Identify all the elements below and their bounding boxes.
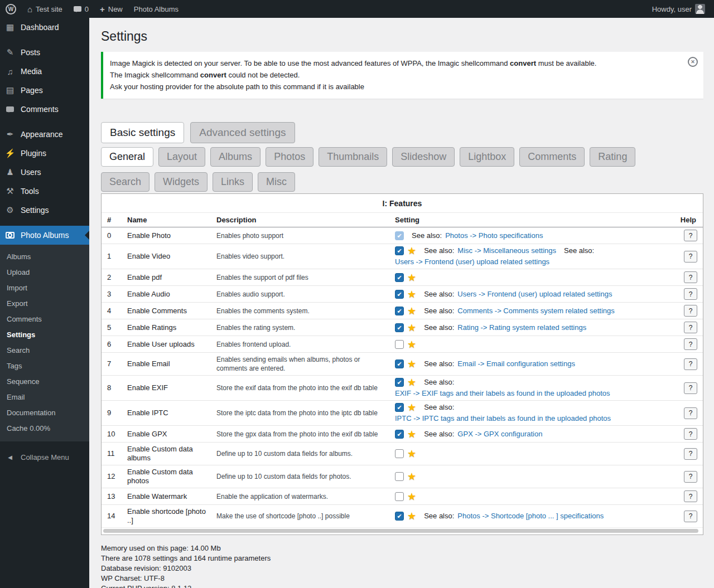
sidebar-item-plugins[interactable]: ⚡Plugins bbox=[0, 144, 89, 163]
see-also-link[interactable]: EXIF -> EXIF tags and their labels as fo… bbox=[395, 389, 610, 398]
submenu-item-albums[interactable]: Albums bbox=[0, 249, 89, 265]
setting-checkbox[interactable]: ✔ bbox=[395, 512, 404, 521]
see-also-link[interactable]: IPTC -> IPTC tags and their labels as fo… bbox=[395, 414, 611, 423]
new-label: New bbox=[108, 5, 123, 13]
tab-albums[interactable]: Albums bbox=[210, 147, 260, 167]
help-button[interactable]: ? bbox=[684, 382, 697, 394]
scrollbar-thumb[interactable] bbox=[103, 529, 698, 533]
submenu-item-comments[interactable]: Comments bbox=[0, 312, 89, 327]
photo-albums-toolbar-item[interactable]: Photo Albums bbox=[128, 0, 184, 18]
my-account-menu[interactable]: Howdy, user bbox=[647, 0, 711, 18]
tab-thumbnails[interactable]: Thumbnails bbox=[319, 147, 387, 167]
new-content-menu[interactable]: + New bbox=[94, 0, 128, 18]
setting-checkbox[interactable]: ✔ bbox=[395, 290, 404, 299]
setting-checkbox[interactable] bbox=[395, 449, 404, 458]
notice-segment: Ask your hosting provider for the absolu… bbox=[110, 82, 364, 91]
tab-slideshow[interactable]: Slideshow bbox=[392, 147, 455, 167]
help-button[interactable]: ? bbox=[684, 271, 697, 283]
help-button[interactable]: ? bbox=[684, 358, 697, 370]
help-button[interactable]: ? bbox=[684, 471, 697, 483]
see-also-link[interactable]: Users -> Frontend (user) upload related … bbox=[457, 290, 612, 299]
tab-search[interactable]: Search bbox=[101, 172, 149, 192]
setting-checkbox[interactable]: ✔ bbox=[395, 378, 404, 387]
tab-basic-settings[interactable]: Basic settings bbox=[101, 122, 184, 143]
tab-lightbox[interactable]: Lightbox bbox=[460, 147, 514, 167]
row-name: Enable pdf bbox=[127, 271, 216, 284]
tab-general[interactable]: General bbox=[101, 147, 153, 167]
help-button[interactable]: ? bbox=[684, 288, 697, 300]
submenu-item-cache-0-00[interactable]: Cache 0.00% bbox=[0, 421, 89, 436]
sidebar-item-appearance[interactable]: ✒Appearance bbox=[0, 125, 89, 144]
setting-checkbox[interactable]: ✔ bbox=[395, 246, 404, 255]
sidebar-item-comments[interactable]: Comments bbox=[0, 100, 89, 119]
help-button[interactable]: ? bbox=[684, 511, 697, 522]
tab-rating[interactable]: Rating bbox=[590, 147, 635, 167]
tab-links[interactable]: Links bbox=[213, 172, 253, 192]
help-button[interactable]: ? bbox=[684, 251, 697, 263]
see-also-link[interactable]: Photos -> Shortcode [photo ... ] specifi… bbox=[457, 512, 604, 521]
collapse-menu-button[interactable]: ◀ Collapse Menu bbox=[0, 448, 89, 466]
help-button[interactable]: ? bbox=[684, 230, 697, 241]
sidebar-item-dashboard[interactable]: ▦Dashboard bbox=[0, 18, 89, 37]
sidebar-item-pages[interactable]: ▤Pages bbox=[0, 81, 89, 100]
help-button[interactable]: ? bbox=[684, 428, 697, 440]
see-also-link[interactable]: GPX -> GPX configuration bbox=[457, 430, 542, 439]
submenu-item-email[interactable]: Email bbox=[0, 390, 89, 405]
submenu-item-upload[interactable]: Upload bbox=[0, 265, 89, 280]
see-also-link[interactable]: Comments -> Comments system related sett… bbox=[457, 307, 614, 315]
submenu-item-sequence[interactable]: Sequence bbox=[0, 374, 89, 390]
help-button[interactable]: ? bbox=[684, 407, 697, 419]
submenu-item-export[interactable]: Export bbox=[0, 296, 89, 312]
row-description: Enables the support of pdf files bbox=[216, 271, 395, 284]
setting-checkbox[interactable]: ✔ bbox=[395, 307, 404, 315]
setting-checkbox[interactable]: ✔ bbox=[395, 403, 404, 412]
help-button[interactable]: ? bbox=[684, 305, 697, 317]
submenu-item-documentation[interactable]: Documentation bbox=[0, 405, 89, 421]
info-line: Current PHP version: 8.1.12 bbox=[101, 584, 703, 588]
submenu-item-tags[interactable]: Tags bbox=[0, 358, 89, 374]
tab-advanced-settings[interactable]: Advanced settings bbox=[190, 122, 295, 143]
tab-widgets[interactable]: Widgets bbox=[155, 172, 208, 192]
wordpress-logo-menu[interactable]: W bbox=[0, 0, 22, 18]
setting-checkbox[interactable] bbox=[395, 340, 404, 349]
see-also-link[interactable]: Email -> Email configuration settings bbox=[457, 359, 575, 368]
submenu-item-import[interactable]: Import bbox=[0, 280, 89, 296]
sidebar-item-users[interactable]: ♟Users bbox=[0, 163, 89, 182]
dashboard-icon: ▦ bbox=[4, 22, 16, 32]
see-also-link[interactable]: Photos -> Photo specifications bbox=[445, 231, 543, 240]
tab-comments[interactable]: Comments bbox=[519, 147, 585, 167]
help-button[interactable]: ? bbox=[684, 322, 697, 333]
setting-checkbox[interactable] bbox=[395, 472, 404, 481]
help-button[interactable]: ? bbox=[684, 448, 697, 460]
setting-checkbox[interactable]: ✔ bbox=[395, 323, 404, 332]
submenu-item-settings[interactable]: Settings bbox=[0, 327, 89, 343]
table-scrollbar[interactable] bbox=[102, 527, 703, 534]
star-icon: ★ bbox=[407, 430, 416, 439]
help-button[interactable]: ? bbox=[684, 338, 697, 350]
tab-misc[interactable]: Misc bbox=[258, 172, 295, 192]
setting-checkbox[interactable]: ✔ bbox=[395, 231, 404, 240]
see-also-link[interactable]: Users -> Frontend (user) upload related … bbox=[395, 257, 549, 266]
sidebar-item-tools[interactable]: ⚒Tools bbox=[0, 182, 89, 201]
sidebar-item-posts[interactable]: ✎Posts bbox=[0, 43, 89, 62]
row-number: 0 bbox=[107, 229, 127, 242]
photo-albums-icon bbox=[4, 232, 16, 239]
user-avatar bbox=[695, 4, 705, 14]
tab-layout[interactable]: Layout bbox=[158, 147, 205, 167]
sidebar-item-photo-albums[interactable]: Photo Albums bbox=[0, 226, 89, 245]
notice-segment: convert bbox=[510, 59, 536, 67]
site-name-menu[interactable]: ⌂ Test site bbox=[22, 0, 68, 18]
sidebar-item-media[interactable]: ♫Media bbox=[0, 62, 89, 81]
dismiss-notice-button[interactable]: ✕ bbox=[688, 57, 698, 67]
submenu-item-search[interactable]: Search bbox=[0, 343, 89, 358]
setting-checkbox[interactable]: ✔ bbox=[395, 430, 404, 439]
comments-toolbar-menu[interactable]: 0 bbox=[68, 0, 94, 18]
see-also-link[interactable]: Misc -> Miscellaneous settings bbox=[457, 246, 556, 255]
setting-checkbox[interactable]: ✔ bbox=[395, 273, 404, 282]
see-also-link[interactable]: Rating -> Rating system related settings bbox=[457, 323, 586, 332]
tab-photos[interactable]: Photos bbox=[266, 147, 313, 167]
setting-checkbox[interactable] bbox=[395, 492, 404, 501]
sidebar-item-settings[interactable]: ⚙Settings bbox=[0, 201, 89, 220]
help-button[interactable]: ? bbox=[684, 490, 697, 502]
setting-checkbox[interactable]: ✔ bbox=[395, 359, 404, 368]
